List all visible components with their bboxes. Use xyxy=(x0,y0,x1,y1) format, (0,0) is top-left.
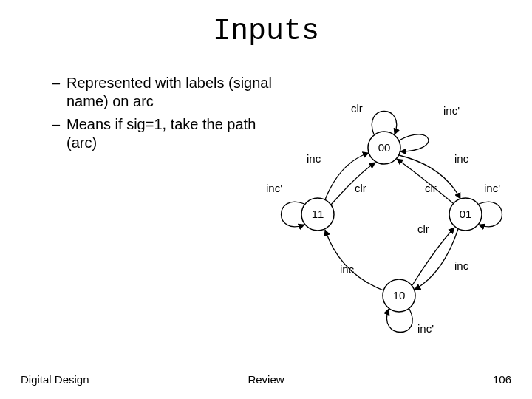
edge-label: inc xyxy=(307,152,321,165)
edge-label: inc xyxy=(454,259,469,272)
edge-label: inc xyxy=(454,152,469,165)
footer-center: Review xyxy=(0,373,532,386)
edge-label: clr xyxy=(417,222,429,235)
edge-label: inc' xyxy=(417,322,434,335)
edge-label: inc' xyxy=(484,182,500,194)
edge-label: inc' xyxy=(266,182,282,194)
bullet-dash: – xyxy=(52,74,66,111)
state-11-label: 11 xyxy=(312,208,324,220)
bullet-dash: – xyxy=(52,115,66,152)
state-diagram: 00 01 10 11 clr inc' inc clr inc' inc cl… xyxy=(251,81,517,347)
footer-page-number: 106 xyxy=(493,373,511,386)
edge-label: clr xyxy=(355,182,366,194)
page-title: Inputs xyxy=(0,15,532,48)
state-10-label: 10 xyxy=(393,289,406,301)
state-01-label: 01 xyxy=(460,208,472,220)
edge-label: clr xyxy=(351,102,363,115)
edge-label: inc xyxy=(340,263,355,276)
state-00-label: 00 xyxy=(378,141,391,154)
edge-label: clr xyxy=(425,182,437,194)
edge-label: inc' xyxy=(443,104,460,117)
